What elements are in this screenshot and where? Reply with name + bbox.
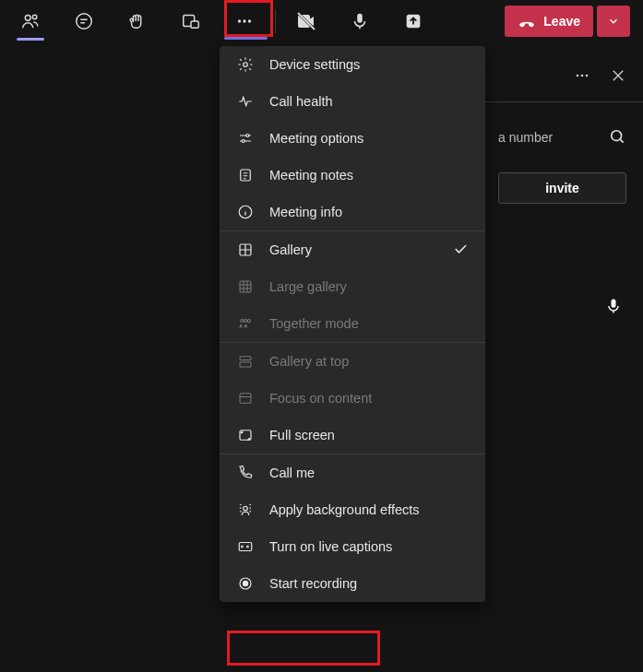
menu-label: Focus on content — [269, 391, 372, 406]
menu-label: Device settings — [269, 57, 360, 72]
highlight-start-recording — [227, 631, 380, 666]
menu-label: Turn on live captions — [269, 539, 392, 554]
svg-point-25 — [244, 320, 247, 323]
check-icon — [452, 241, 469, 260]
chat-icon — [74, 11, 94, 31]
menu-label: Gallery at top — [269, 354, 349, 369]
panel-more-button[interactable] — [573, 66, 591, 88]
search-placeholder[interactable]: a number — [498, 130, 599, 145]
menu-label: Meeting notes — [269, 168, 353, 183]
more-underline — [224, 37, 268, 40]
hangup-icon — [518, 12, 536, 30]
menu-live-captions[interactable]: Turn on live captions — [220, 528, 485, 565]
camera-button[interactable] — [280, 0, 333, 42]
share-icon — [403, 11, 423, 31]
menu-large-gallery: Large gallery — [220, 268, 485, 305]
svg-rect-16 — [612, 300, 616, 308]
share-button[interactable] — [387, 0, 440, 42]
info-icon — [236, 203, 255, 221]
search-button[interactable] — [608, 127, 626, 148]
menu-label: Gallery — [269, 242, 312, 257]
leave-button[interactable]: Leave — [505, 6, 593, 37]
panel-divider — [482, 101, 643, 102]
menu-meeting-options[interactable]: Meeting options — [220, 120, 485, 157]
chat-button[interactable] — [57, 0, 111, 42]
menu-call-me[interactable]: Call me — [220, 454, 485, 491]
menu-label: Apply background effects — [269, 502, 420, 517]
health-icon — [236, 92, 255, 111]
svg-point-14 — [586, 75, 589, 77]
close-icon — [610, 67, 626, 84]
record-icon — [236, 574, 255, 593]
svg-point-2 — [77, 14, 92, 29]
participants-button[interactable] — [4, 0, 57, 42]
mic-indicator[interactable] — [604, 297, 623, 319]
gallery-icon — [236, 241, 255, 259]
svg-point-18 — [246, 135, 249, 137]
hand-icon — [127, 11, 148, 31]
menu-background-effects[interactable]: Apply background effects — [220, 491, 485, 528]
svg-point-0 — [25, 15, 30, 20]
menu-label: Full screen — [269, 428, 335, 442]
svg-rect-28 — [240, 362, 251, 367]
svg-rect-4 — [191, 21, 198, 28]
svg-point-1 — [32, 15, 36, 18]
menu-label: Meeting options — [269, 131, 363, 146]
leave-group: Leave — [505, 6, 639, 37]
captions-icon — [236, 537, 255, 556]
menu-label: Call health — [269, 94, 333, 109]
more-icon — [234, 11, 255, 31]
rooms-button[interactable] — [164, 0, 218, 42]
leave-label: Leave — [543, 14, 580, 29]
menu-label: Call me — [269, 466, 315, 480]
panel-close-button[interactable] — [610, 67, 626, 88]
svg-point-6 — [243, 19, 245, 22]
menu-gallery-at-top: Gallery at top — [220, 343, 485, 380]
rooms-icon — [181, 11, 201, 31]
large-gallery-icon — [236, 277, 255, 296]
camera-off-icon — [295, 10, 317, 32]
svg-point-15 — [612, 130, 622, 140]
menu-meeting-notes[interactable]: Meeting notes — [220, 157, 485, 194]
menu-call-health[interactable]: Call health — [220, 83, 485, 120]
svg-point-19 — [242, 140, 244, 143]
together-icon — [236, 314, 255, 333]
search-icon — [608, 127, 626, 146]
menu-gallery[interactable]: Gallery — [220, 231, 485, 268]
menu-label: Large gallery — [269, 279, 347, 294]
gear-icon — [236, 55, 255, 74]
share-invite-button[interactable]: invite — [498, 172, 626, 204]
participants-panel: a number invite — [482, 53, 643, 204]
svg-rect-27 — [240, 357, 251, 360]
svg-point-34 — [243, 581, 247, 585]
menu-label: Together mode — [269, 316, 359, 331]
menu-label: Start recording — [269, 576, 357, 591]
menu-meeting-info[interactable]: Meeting info — [220, 194, 485, 230]
mic-icon — [350, 11, 370, 31]
toolbar-separator — [275, 9, 276, 33]
menu-label: Meeting info — [269, 205, 342, 219]
menu-full-screen[interactable]: Full screen — [220, 417, 485, 454]
sliders-icon — [236, 129, 255, 147]
fullscreen-icon — [236, 426, 255, 444]
svg-point-31 — [244, 506, 248, 511]
menu-start-recording[interactable]: Start recording — [220, 565, 485, 602]
share-invite-label: invite — [545, 181, 579, 195]
svg-point-24 — [241, 320, 244, 323]
leave-more-button[interactable] — [597, 6, 630, 37]
svg-point-13 — [581, 75, 584, 77]
reactions-button[interactable] — [111, 0, 164, 42]
more-icon — [573, 66, 591, 85]
svg-rect-29 — [240, 394, 251, 404]
call-toolbar: Leave — [0, 0, 643, 42]
svg-point-17 — [244, 63, 248, 67]
more-actions-menu: Device settings Call health Meeting opti… — [220, 46, 485, 602]
svg-rect-10 — [357, 14, 363, 23]
focus-icon — [236, 389, 255, 407]
background-icon — [236, 501, 255, 519]
menu-device-settings[interactable]: Device settings — [220, 46, 485, 83]
chevron-down-icon — [607, 15, 620, 28]
menu-focus-content: Focus on content — [220, 380, 485, 417]
gallery-top-icon — [236, 352, 255, 371]
mic-button[interactable] — [333, 0, 387, 42]
